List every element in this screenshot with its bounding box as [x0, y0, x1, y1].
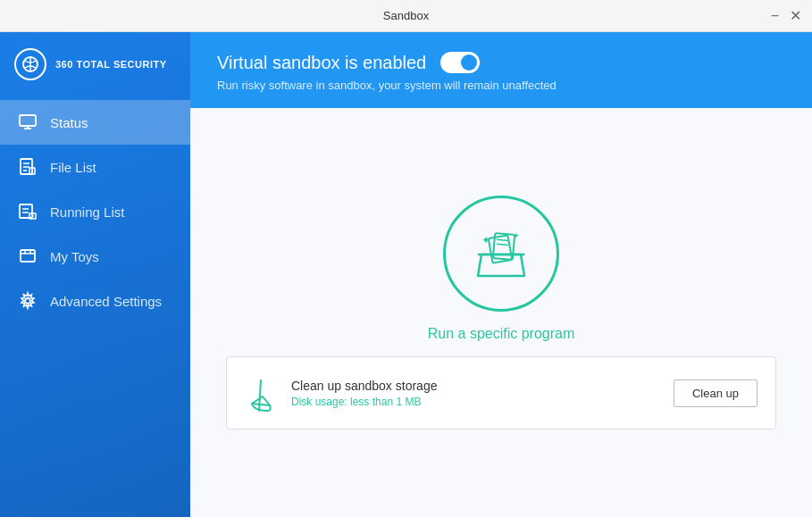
sidebar-item-status[interactable]: Status	[0, 100, 190, 145]
my-toys-icon	[18, 246, 38, 266]
svg-rect-2	[20, 115, 36, 126]
svg-point-19	[25, 298, 30, 304]
close-button[interactable]: ✕	[790, 9, 801, 23]
sidebar-logo: 360 TOTAL SECURITY	[0, 32, 190, 100]
cleanup-button[interactable]: Clean up	[674, 379, 758, 407]
gear-icon	[18, 291, 38, 311]
sidebar: 360 TOTAL SECURITY Status	[0, 32, 190, 517]
sidebar-item-status-label: Status	[50, 115, 88, 130]
sidebar-item-running-list[interactable]: Running List	[0, 189, 190, 234]
sidebar-item-file-list[interactable]: File List	[0, 145, 190, 189]
sandbox-toggle[interactable]	[440, 52, 480, 73]
monitor-icon	[18, 113, 38, 132]
svg-line-23	[497, 239, 508, 240]
sidebar-item-running-list-label: Running List	[50, 204, 124, 220]
svg-rect-15	[21, 250, 35, 262]
svg-rect-10	[20, 204, 32, 218]
logo-circle	[14, 48, 46, 80]
sidebar-item-file-list-label: File List	[50, 160, 96, 175]
sidebar-item-advanced-settings-label: Advanced Settings	[50, 294, 162, 309]
cleanup-card: Clean up sandbox storage Disk usage: les…	[226, 356, 776, 429]
window-controls: − ✕	[771, 9, 801, 23]
center-area: ✦ ✦ Run a specific program Clean up sand…	[190, 108, 812, 517]
svg-text:✦: ✦	[513, 231, 520, 240]
svg-line-27	[252, 404, 270, 405]
sidebar-item-my-toys-label: My Toys	[50, 249, 99, 264]
svg-line-24	[497, 244, 508, 245]
run-program-label[interactable]: Run a specific program	[428, 326, 575, 342]
sidebar-nav: Status File List	[0, 100, 190, 517]
sidebar-item-my-toys[interactable]: My Toys	[0, 234, 190, 279]
header-title: Virtual sandbox is enabled	[217, 53, 426, 73]
window-title: Sandbox	[383, 9, 429, 22]
logo-text: 360 TOTAL SECURITY	[55, 58, 167, 71]
app-body: 360 TOTAL SECURITY Status	[0, 32, 812, 517]
svg-text:✦: ✦	[481, 234, 490, 246]
header-banner: Virtual sandbox is enabled Run risky sof…	[190, 32, 812, 108]
cleanup-title: Clean up sandbox storage	[291, 379, 659, 393]
running-list-icon	[18, 202, 38, 221]
header-subtitle: Run risky software in sandbox, your syst…	[217, 79, 785, 92]
cleanup-dustpan-icon	[245, 371, 277, 414]
title-bar: Sandbox − ✕	[0, 0, 812, 32]
main-content: Virtual sandbox is enabled Run risky sof…	[190, 32, 812, 517]
sandbox-icon-container[interactable]: ✦ ✦	[443, 196, 559, 312]
cleanup-info: Clean up sandbox storage Disk usage: les…	[291, 379, 659, 408]
sidebar-item-advanced-settings[interactable]: Advanced Settings	[0, 279, 190, 323]
minimize-button[interactable]: −	[771, 9, 779, 23]
sidebar-decoration	[0, 323, 190, 517]
header-row: Virtual sandbox is enabled	[217, 52, 785, 73]
cleanup-subtitle: Disk usage: less than 1 MB	[291, 396, 659, 408]
file-list-icon	[18, 157, 38, 177]
